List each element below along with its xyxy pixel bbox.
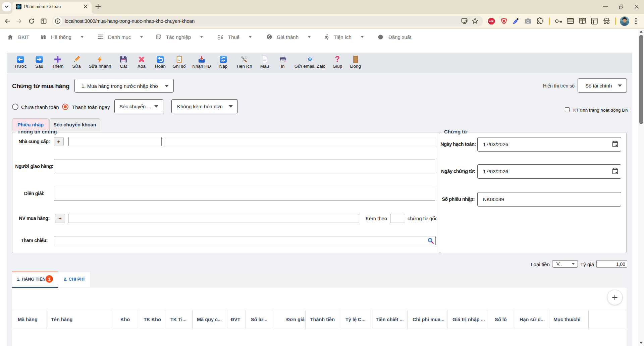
svg-text:ABP: ABP — [489, 20, 494, 22]
svg-text:?: ? — [335, 55, 340, 63]
svg-text:@: @ — [309, 57, 311, 61]
